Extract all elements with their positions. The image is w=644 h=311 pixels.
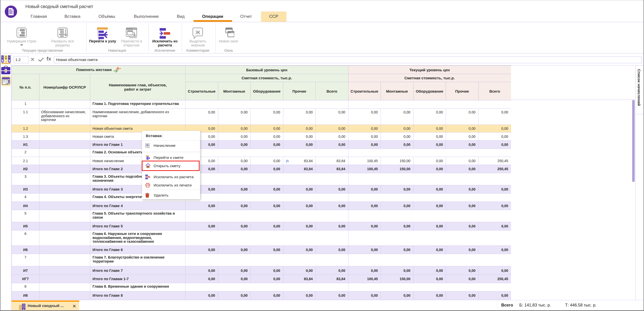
svg-text:1: 1 xyxy=(18,29,19,31)
svg-text:2: 2 xyxy=(18,32,19,34)
svg-text:Ж: Ж xyxy=(195,29,201,35)
svg-text:3: 3 xyxy=(18,34,19,37)
